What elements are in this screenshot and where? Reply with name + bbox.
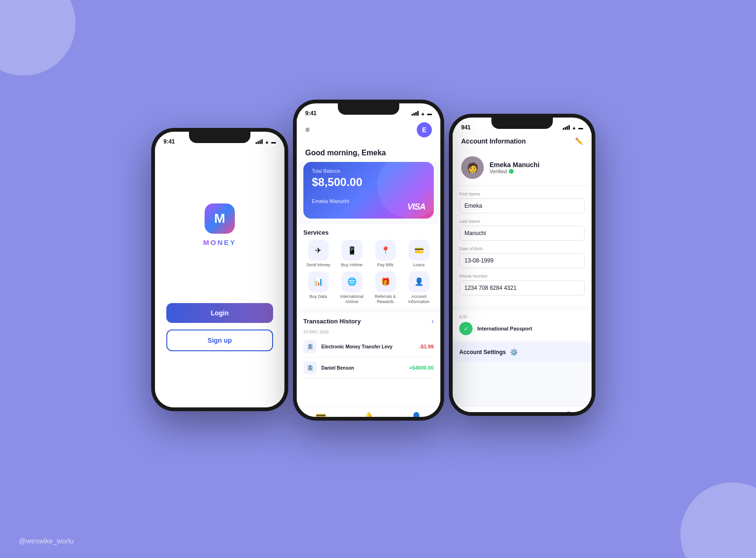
account-settings-section[interactable]: Account Settings ⚙️ — [453, 343, 592, 362]
verified-text: Verified — [490, 169, 507, 174]
service-item-4[interactable]: 📊 Buy Data — [303, 271, 333, 304]
field-value-3[interactable]: 1234 708 8284 4321 — [459, 280, 585, 296]
field-value-0[interactable]: Emeka — [459, 198, 585, 213]
txn-header: Transaction History › — [303, 313, 434, 328]
account-avatar: 🧑 — [461, 156, 484, 179]
acct-nav-profile[interactable]: 👤 — [563, 411, 574, 412]
id-item: ✓ International Passport — [459, 322, 585, 335]
account-user-name: Emeka Manuchi — [490, 161, 540, 169]
txn-icon-0: 🏦 — [303, 340, 317, 353]
login-button[interactable]: Login — [166, 303, 273, 323]
txn-name-0: Electronic Money Transfer Levy — [321, 344, 419, 349]
signal-icon-right — [563, 125, 570, 130]
service-item-0[interactable]: ✈ Send Money — [303, 240, 333, 268]
dashboard-header: ≡ E — [297, 118, 440, 142]
battery-icon: ▬ — [271, 139, 276, 144]
greeting-text: Good morning, Emeka — [297, 142, 440, 162]
service-item-5[interactable]: 🌐 International Airtime — [337, 271, 367, 304]
service-label-0: Send Money — [306, 262, 330, 268]
phone-right: 941 ▲ ▬ Account Information — [449, 114, 595, 416]
form-field-2: Date of Birth 13-08-1999 — [459, 246, 585, 268]
account-form: First Name Emeka Last Name Manuchi Date … — [453, 186, 592, 307]
phone-center: 9:41 ▲ ▬ ≡ E — [293, 100, 444, 421]
id-section: d ID ✓ International Passport — [453, 310, 592, 340]
verified-badge: Verified — [490, 169, 540, 174]
bottom-nav-right: 💳 🔔 👤 — [453, 406, 592, 412]
login-buttons: Login Sign up — [166, 303, 273, 351]
txn-icon-1: 🏦 — [303, 361, 317, 374]
service-item-6[interactable]: 🎁 Referrals & Rewards — [370, 271, 400, 304]
txn-item-1: 🏦 Daniel Benson +$4000.00 — [303, 357, 434, 379]
notch-left — [189, 132, 250, 143]
phone-left-screen: 9:41 ▲ ▬ M MO — [155, 132, 284, 407]
service-icon-4: 📊 — [308, 271, 329, 292]
balance-label: Total Balance — [312, 169, 425, 174]
status-time-left: 9:41 — [163, 138, 175, 145]
app-logo-text: MONEY — [203, 238, 236, 246]
nav-bell[interactable]: 🔔 — [363, 412, 374, 417]
service-label-3: Loans — [413, 262, 425, 268]
nav-profile[interactable]: 👤 — [411, 412, 421, 417]
services-section: Services ✈ Send Money 📱 Buy Airtime 📍 Pa… — [297, 224, 440, 309]
service-label-1: Buy Airtime — [341, 262, 363, 268]
wifi-icon: ▲ — [265, 139, 269, 144]
acct-bell-icon: 🔔 — [517, 412, 527, 412]
signup-button[interactable]: Sign up — [166, 330, 273, 351]
id-icon: ✓ — [459, 322, 472, 335]
txn-name-1: Daniel Benson — [321, 365, 409, 371]
settings-label: Account Settings — [459, 349, 506, 355]
status-icons-right: ▲ ▬ — [563, 125, 583, 130]
account-screen: Account Information ✏️ 🧑 Emeka Manuchi V… — [453, 133, 592, 412]
wifi-icon-center: ▲ — [421, 111, 425, 116]
service-item-7[interactable]: 👤 Account Information — [404, 271, 434, 304]
service-label-5: International Airtime — [337, 294, 367, 304]
dashboard-screen: ≡ E Good morning, Emeka Total Balance $8… — [297, 118, 440, 417]
txn-item-0: 🏦 Electronic Money Transfer Levy -$1.99 — [303, 336, 434, 357]
logo-letter: M — [214, 211, 225, 226]
form-field-0: First Name Emeka — [459, 192, 585, 213]
service-item-1[interactable]: 📱 Buy Airtime — [337, 240, 367, 268]
service-icon-3: 💳 — [409, 240, 430, 261]
phone-right-screen: 941 ▲ ▬ Account Information — [453, 118, 592, 412]
phone-center-screen: 9:41 ▲ ▬ ≡ E — [297, 103, 440, 417]
battery-icon-center: ▬ — [427, 111, 432, 116]
field-value-1[interactable]: Manuchi — [459, 226, 585, 241]
notch-center — [338, 103, 399, 115]
txn-arrow-icon[interactable]: › — [431, 317, 434, 325]
user-avatar[interactable]: E — [417, 122, 432, 137]
acct-nav-wallet[interactable]: 💳 — [471, 411, 481, 412]
acct-nav-bell[interactable]: 🔔 — [517, 411, 527, 412]
wifi-icon-right: ▲ — [572, 125, 576, 130]
signal-icon — [256, 139, 263, 144]
status-time-right: 941 — [461, 124, 471, 131]
wallet-icon: 💳 — [316, 412, 326, 417]
field-label-3: Phone Number — [459, 274, 585, 279]
battery-icon-right: ▬ — [578, 125, 583, 130]
settings-gear-icon: ⚙️ — [510, 348, 518, 356]
txn-list: 🏦 Electronic Money Transfer Levy -$1.99 … — [303, 336, 434, 379]
edit-icon[interactable]: ✏️ — [575, 137, 583, 145]
account-header: Account Information ✏️ — [453, 133, 592, 150]
service-icon-5: 🌐 — [342, 271, 362, 292]
hamburger-menu-icon[interactable]: ≡ — [305, 126, 309, 134]
app-logo-icon: M — [205, 203, 235, 234]
service-item-2[interactable]: 📍 Pay Bills — [370, 240, 400, 268]
bg-decoration-br — [680, 482, 756, 558]
txn-info-1: Daniel Benson — [321, 365, 409, 371]
balance-card: Total Balance $8,500.00 Emeka Manuchi VI… — [303, 162, 434, 219]
nav-wallet[interactable]: 💳 — [316, 412, 326, 417]
visa-logo: VISA — [407, 202, 425, 212]
acct-wallet-icon: 💳 — [471, 412, 481, 412]
txn-amount-0: -$1.99 — [419, 344, 434, 349]
notch-right — [491, 118, 553, 129]
transaction-history-section: Transaction History › 23 DEC 2022 🏦 Elec… — [297, 313, 440, 406]
status-icons-left: ▲ ▬ — [256, 139, 276, 144]
service-icon-2: 📍 — [375, 240, 396, 261]
service-item-3[interactable]: 💳 Loans — [404, 240, 434, 268]
status-icons-center: ▲ ▬ — [412, 111, 432, 116]
service-icon-0: ✈ — [308, 240, 329, 261]
services-grid: ✈ Send Money 📱 Buy Airtime 📍 Pay Bills 💳… — [303, 240, 434, 309]
account-profile: 🧑 Emeka Manuchi Verified — [453, 150, 592, 186]
field-value-2[interactable]: 13-08-1999 — [459, 253, 585, 268]
txn-info-0: Electronic Money Transfer Levy — [321, 344, 419, 349]
